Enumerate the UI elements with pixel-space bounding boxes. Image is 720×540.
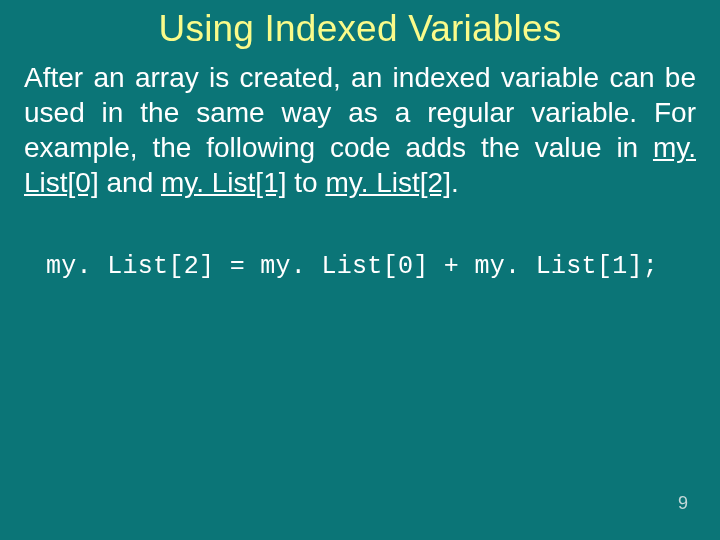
body-text-segment: to: [287, 167, 326, 198]
page-number: 9: [678, 493, 688, 514]
slide-body: After an array is created, an indexed va…: [24, 60, 696, 200]
array-ref-1: my. List[1]: [161, 167, 287, 198]
code-example: my. List[2] = my. List[0] + my. List[1];: [46, 252, 696, 281]
body-text-segment: After an array is created, an indexed va…: [24, 62, 696, 163]
slide: Using Indexed Variables After an array i…: [0, 0, 720, 540]
body-text-segment: and: [99, 167, 161, 198]
body-text-segment: .: [451, 167, 459, 198]
array-ref-2: my. List[2]: [325, 167, 451, 198]
slide-title: Using Indexed Variables: [24, 8, 696, 50]
